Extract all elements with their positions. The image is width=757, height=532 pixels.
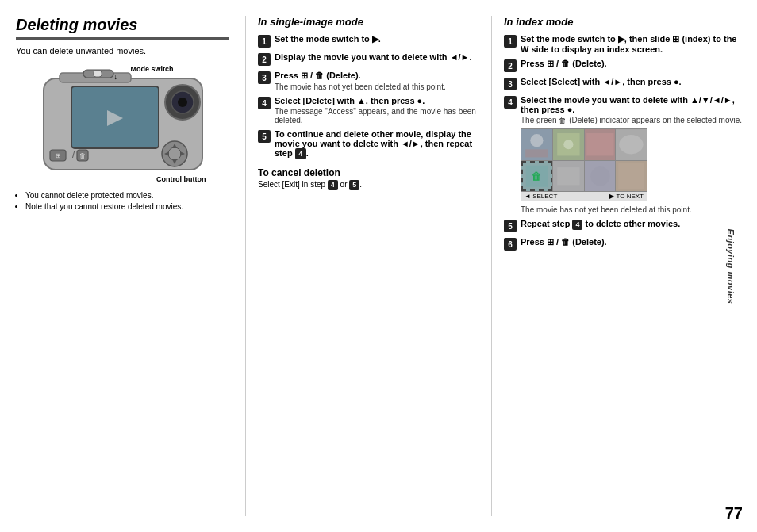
svg-text:🗑: 🗑 xyxy=(79,152,86,159)
svg-rect-30 xyxy=(618,163,644,189)
svg-point-23 xyxy=(563,140,573,149)
idx-step-5-content: Repeat step 4 to delete other movies. xyxy=(521,219,745,230)
idx-step-1-text: Set the mode switch to ▶, then slide ⊞ (… xyxy=(521,34,745,54)
cancel-section: To cancel deletion Select [Exit] in step… xyxy=(258,167,479,190)
thumb-5: 🗑 xyxy=(521,161,552,192)
svg-rect-21 xyxy=(525,149,548,157)
mode-switch-arrow: ↓ xyxy=(114,73,118,81)
thumb-7 xyxy=(585,161,616,192)
idx-step-2-content: Press ⊞ / 🗑 (Delete). xyxy=(521,59,745,69)
step-4-num: 4 xyxy=(258,97,271,109)
idx-step-5: 5 Repeat step 4 to delete other movies. xyxy=(504,219,745,232)
thumb-8 xyxy=(616,161,647,192)
idx-step-4: 4 Select the movie you want to delete wi… xyxy=(504,95,745,214)
single-image-header: In single-image mode xyxy=(258,16,479,28)
idx-step-1-num: 1 xyxy=(504,35,517,48)
svg-text:⊞: ⊞ xyxy=(55,152,60,159)
idx-step-6-num: 6 xyxy=(504,238,517,251)
page-number: 77 xyxy=(725,504,743,522)
step-1-text: Set the mode switch to ▶. xyxy=(275,34,479,44)
bullet-1: You cannot delete protected movies. xyxy=(25,191,229,200)
page-container: Deleting movies You can delete unwanted … xyxy=(0,0,757,532)
index-thumbnail-grid: 🗑 ◄ SELECT ▶ TO N xyxy=(521,128,745,201)
step-2-content: Display the movie you want to delete wit… xyxy=(275,52,479,62)
camera-svg: ⊞ / 🗑 xyxy=(36,67,210,182)
svg-text:🗑: 🗑 xyxy=(532,170,542,182)
step-2-text: Display the movie you want to delete wit… xyxy=(275,52,479,62)
bullet-notes: You cannot delete protected movies. Note… xyxy=(16,191,229,211)
svg-point-25 xyxy=(619,135,643,154)
step-1-content: Set the mode switch to ▶. xyxy=(275,34,479,44)
idx-step-3-num: 3 xyxy=(504,78,517,90)
step-3-num: 3 xyxy=(258,71,271,84)
idx-step-6: 6 Press ⊞ / 🗑 (Delete). xyxy=(504,237,745,251)
idx-step-4-text: Select the movie you want to delete with… xyxy=(521,95,745,114)
middle-column: In single-image mode 1 Set the mode swit… xyxy=(246,16,492,516)
thumb-4 xyxy=(616,129,647,160)
svg-rect-24 xyxy=(586,133,613,155)
thumb-6 xyxy=(553,161,584,192)
svg-point-20 xyxy=(530,134,543,147)
step-3-text: Press ⊞ / 🗑 (Delete). xyxy=(275,71,479,81)
idx-step-6-text: Press ⊞ / 🗑 (Delete). xyxy=(521,237,745,247)
mode-switch-label: Mode switch xyxy=(131,65,174,73)
control-button-label: Control button xyxy=(32,175,214,183)
svg-point-8 xyxy=(178,98,187,107)
step-5-text: To continue and delete other movie, disp… xyxy=(275,129,479,159)
idx-step-1: 1 Set the mode switch to ▶, then slide ⊞… xyxy=(504,34,745,54)
idx-step-4-num: 4 xyxy=(504,96,517,109)
step-5: 5 To continue and delete other movie, di… xyxy=(258,129,479,159)
right-column: In index mode 1 Set the mode switch to ▶… xyxy=(492,16,745,516)
step-4-sub: The message "Access" appears, and the mo… xyxy=(275,107,479,124)
step-3-content: Press ⊞ / 🗑 (Delete). The movie has not … xyxy=(275,71,479,91)
index-footer-right: ▶ TO NEXT xyxy=(609,193,644,200)
sidebar-label: Enjoying movies xyxy=(727,228,736,304)
idx-step-2-text: Press ⊞ / 🗑 (Delete). xyxy=(521,59,745,69)
cancel-title: To cancel deletion xyxy=(258,167,479,178)
index-footer-left: ◄ SELECT xyxy=(525,193,557,200)
svg-point-29 xyxy=(590,166,609,186)
camera-diagram: Mode switch ↓ xyxy=(32,67,214,183)
svg-rect-3 xyxy=(94,71,102,77)
step-4-text: Select [Delete] with ▲, then press ●. xyxy=(275,96,479,105)
idx-step-5-text: Repeat step 4 to delete other movies. xyxy=(521,219,745,230)
index-footer: ◄ SELECT ▶ TO NEXT xyxy=(521,192,647,201)
thumb-1 xyxy=(521,129,552,160)
idx-step-3-content: Select [Select] with ◄/►, then press ●. xyxy=(521,77,745,86)
thumb-2 xyxy=(553,129,584,160)
svg-point-10 xyxy=(168,147,181,160)
step-1-num: 1 xyxy=(258,35,271,48)
step-4: 4 Select [Delete] with ▲, then press ●. … xyxy=(258,96,479,124)
step-2: 2 Display the movie you want to delete w… xyxy=(258,52,479,66)
idx-step-2: 2 Press ⊞ / 🗑 (Delete). xyxy=(504,59,745,72)
idx-step-4-sub: The green 🗑 (Delete) indicator appears o… xyxy=(521,116,745,124)
idx-step-3: 3 Select [Select] with ◄/►, then press ●… xyxy=(504,77,745,90)
step-3: 3 Press ⊞ / 🗑 (Delete). The movie has no… xyxy=(258,71,479,91)
step-4-content: Select [Delete] with ▲, then press ●. Th… xyxy=(275,96,479,124)
section-title: Deleting movies xyxy=(16,16,229,40)
step-2-num: 2 xyxy=(258,53,271,66)
cancel-text: Select [Exit] in step 4 or 5. xyxy=(258,180,479,190)
step-5-content: To continue and delete other movie, disp… xyxy=(275,129,479,159)
idx-step-6-content: Press ⊞ / 🗑 (Delete). xyxy=(521,237,745,247)
idx-step-2-num: 2 xyxy=(504,59,517,72)
thumb-3 xyxy=(585,129,616,160)
idx-step-1-content: Set the mode switch to ▶, then slide ⊞ (… xyxy=(521,34,745,54)
svg-rect-28 xyxy=(557,167,579,185)
bullet-2: Note that you cannot restore deleted mov… xyxy=(25,202,229,211)
intro-text: You can delete unwanted movies. xyxy=(16,46,229,55)
index-mode-header: In index mode xyxy=(504,16,745,28)
idx-step-4-content: Select the movie you want to delete with… xyxy=(521,95,745,214)
step-1: 1 Set the mode switch to ▶. xyxy=(258,34,479,48)
idx-step-3-text: Select [Select] with ◄/►, then press ●. xyxy=(521,77,745,86)
step-5-num: 5 xyxy=(258,130,271,143)
step-3-sub: The movie has not yet been deleted at th… xyxy=(275,82,479,91)
idx-step-5-num: 5 xyxy=(504,220,517,232)
left-column: Deleting movies You can delete unwanted … xyxy=(16,16,246,516)
idx-step-4-note: The movie has not yet been deleted at th… xyxy=(521,205,745,214)
